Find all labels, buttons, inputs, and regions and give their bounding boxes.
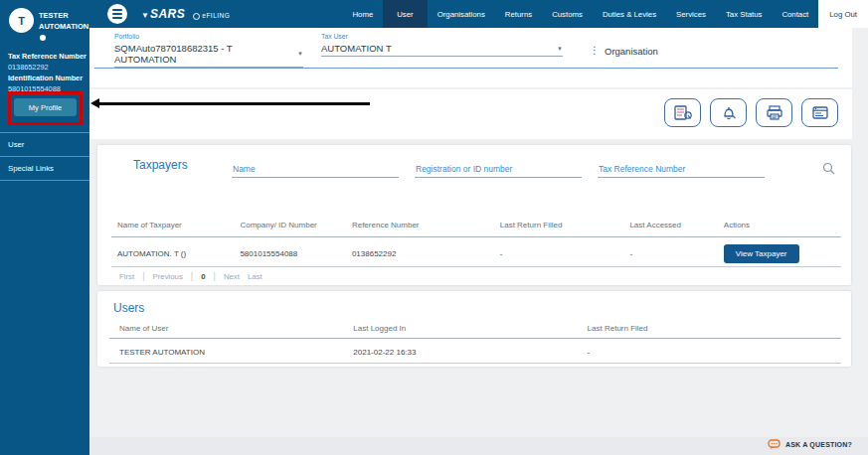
documents-icon[interactable] [664,98,701,127]
sidebar: T TESTER AUTOMATION Tax Reference Number… [0,0,89,455]
nav-item-organisations[interactable]: Organisations [428,0,495,28]
col-header: Last Return Filled [500,221,630,229]
table-row: TESTER AUTOMATION 2021-02-22 16:33 - [119,341,839,363]
users-title: Users [113,301,144,315]
portfolio-select[interactable]: Portfolio SQMAuto787018682315 - T AUTOMA… [114,33,303,68]
statement-icon[interactable] [801,98,838,127]
hamburger-menu-icon[interactable] [107,4,127,24]
taxpayers-table-header: Name of Taxpayer Company/ ID Number Refe… [117,221,839,229]
cell-last-return: - [588,348,839,357]
ask-question-label: ASK A QUESTION? [785,441,852,448]
nav-item-customs[interactable]: Customs [542,0,593,28]
table-divider [109,338,841,339]
cell-last-logged-in: 2021-02-22 16:33 [353,348,587,357]
sars-logo-text: SARS [150,7,185,21]
ask-question-button[interactable]: ASK A QUESTION? [768,439,852,450]
search-registration-input[interactable] [415,162,582,178]
users-card: Users Name of User Last Logged In Last R… [97,291,851,367]
nav-item-tax-status[interactable]: Tax Status [716,0,772,28]
pagination-last[interactable]: Last [248,272,262,281]
view-taxpayer-button[interactable]: View Taxpayer [724,244,799,263]
table-divider [111,266,841,267]
taxpayers-search-row [232,162,835,178]
col-header: Last Return Filed [588,324,839,333]
tax-user-label: Tax User [321,33,563,40]
nav-item-contact[interactable]: Contact [772,0,818,28]
cell-last-return: - [500,249,630,258]
efiling-logo: eFILING [193,12,230,20]
efiling-text: eFILING [202,12,230,19]
pagination-first[interactable]: First [119,272,134,281]
toolbar-divider [94,68,838,69]
portfolio-toolbar: Portfolio SQMAuto787018682315 - T AUTOMA… [89,28,852,87]
col-header: Actions [724,221,839,229]
avatar: T [9,8,34,33]
portfolio-label: Portfolio [114,33,303,40]
nav-item-home[interactable]: Home [342,0,383,28]
tax-reference-label: Tax Reference Number [8,53,87,62]
chevron-down-icon: ▼ [557,46,563,52]
cell-company-id: 5801015554088 [240,249,352,258]
col-header: Last Logged In [353,324,587,333]
nav-item-returns[interactable]: Returns [495,0,542,28]
efiling-circle-icon [193,13,200,20]
table-divider [111,236,841,237]
nav-items: Home User Organisations Returns Customs … [342,0,868,28]
alert-icon[interactable] [710,98,747,127]
sars-logo-triangle-icon: ▼ [141,11,149,20]
page: T TESTER AUTOMATION Tax Reference Number… [0,0,868,455]
logout-button[interactable]: Log Out [818,0,868,28]
nav-item-user[interactable]: User [383,0,427,28]
portfolio-value: SQMAuto787018682315 - T AUTOMATION [114,43,291,65]
col-header: Company/ ID Number [240,221,352,229]
sidebar-divider [0,156,89,157]
sars-logo: ▼ SARS eFILING [141,7,230,21]
chevron-down-icon: ▼ [297,51,303,57]
search-icon[interactable] [822,162,835,178]
nav-item-services[interactable]: Services [666,0,716,28]
sidebar-item-user[interactable]: User [8,140,87,149]
col-header: Name of User [119,324,353,333]
quick-icons-strip [89,89,852,139]
tax-reference-value: 0138652292 [8,63,49,72]
cell-taxpayer-name: AUTOMATION. T () [117,249,240,258]
taxpayers-card: Taxpayers Name of Taxpayer Company/ ID N… [97,145,851,285]
chat-bubble-icon [768,439,781,450]
tax-user-select[interactable]: Tax User AUTOMATION T▼ [321,33,563,57]
pagination-current-page: 0 [201,272,205,281]
cell-reference-number: 0138652292 [352,249,500,258]
annotation-arrow [99,102,370,105]
col-header: Reference Number [352,221,500,229]
sidebar-user-name: TESTER AUTOMATION [39,11,87,44]
status-dot-icon [40,35,46,41]
search-name-input[interactable] [232,162,399,178]
sidebar-item-special-links[interactable]: Special Links [8,164,87,173]
sidebar-divider [0,132,89,133]
sidebar-divider [0,180,89,181]
top-navbar: ▼ SARS eFILING Home User Organisations R… [89,0,868,28]
cell-last-accessed: - [629,249,723,258]
printer-icon[interactable] [756,98,792,127]
pagination: First | Previous | 0 | Next Last [119,271,262,281]
col-header: Last Accessed [629,221,723,229]
table-divider [109,363,841,364]
cell-user-name: TESTER AUTOMATION [119,348,353,357]
users-table-header: Name of User Last Logged In Last Return … [119,324,839,333]
footer: ASK A QUESTION? [89,437,868,455]
icon-row [664,98,838,127]
search-tax-reference-input[interactable] [598,162,765,178]
col-header: Name of Taxpayer [117,221,240,229]
kebab-menu-icon[interactable]: ⋮ [590,45,600,56]
tax-user-value: AUTOMATION T [321,43,392,54]
pagination-previous[interactable]: Previous [153,272,183,281]
organisation-label: Organisation [605,46,658,57]
nav-item-duties-levies[interactable]: Duties & Levies [593,0,666,28]
identification-label: Identification Number [8,75,83,83]
user-name-text: TESTER AUTOMATION [39,11,88,31]
my-profile-button[interactable]: My Profile [14,98,77,116]
taxpayers-title: Taxpayers [133,158,188,172]
table-row: AUTOMATION. T () 5801015554088 013865229… [117,240,839,266]
pagination-next[interactable]: Next [224,272,240,281]
